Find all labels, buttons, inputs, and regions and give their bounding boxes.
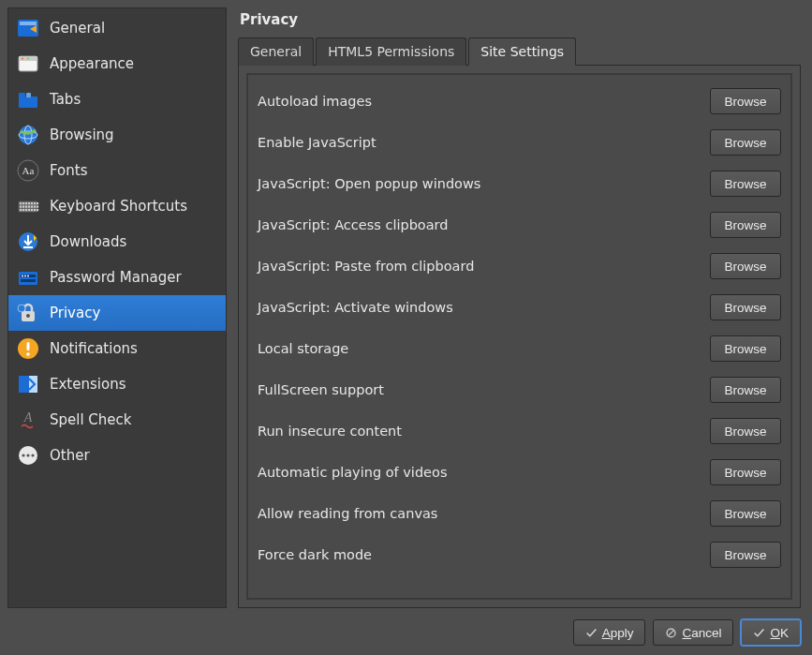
svg-rect-35 <box>34 209 36 211</box>
apply-button[interactable]: Apply <box>573 619 646 646</box>
ok-button[interactable]: OK <box>741 619 801 646</box>
svg-point-4 <box>22 58 23 60</box>
tabs-row: GeneralHTML5 PermissionsSite Settings <box>238 37 801 66</box>
setting-label: JavaScript: Open popup windows <box>258 176 480 191</box>
sidebar-item-label: Privacy <box>50 305 100 321</box>
extensions-icon <box>16 372 40 396</box>
sidebar-item-label: Notifications <box>50 340 138 357</box>
ok-label: OK <box>770 626 789 640</box>
cancel-label: Cancel <box>682 626 721 640</box>
check-icon <box>753 627 765 639</box>
setting-row: JavaScript: Open popup windowsBrowse <box>258 163 781 204</box>
appearance-icon <box>16 52 40 76</box>
svg-point-43 <box>27 275 29 277</box>
sidebar-item-label: Keyboard Shortcuts <box>50 198 187 215</box>
setting-label: JavaScript: Paste from clipboard <box>258 259 474 274</box>
browse-button[interactable]: Browse <box>710 212 781 238</box>
sidebar-item-label: Fonts <box>50 162 87 179</box>
svg-rect-21 <box>34 202 36 204</box>
browse-button[interactable]: Browse <box>710 542 781 568</box>
content-area: Privacy GeneralHTML5 PermissionsSite Set… <box>230 0 812 616</box>
svg-rect-50 <box>19 376 29 393</box>
sidebar-item-other[interactable]: Other <box>8 438 226 473</box>
svg-point-41 <box>22 275 23 277</box>
svg-rect-40 <box>21 279 36 282</box>
browsing-icon <box>16 123 40 147</box>
svg-rect-48 <box>27 342 30 350</box>
sidebar-item-appearance[interactable]: Appearance <box>8 46 226 82</box>
apply-label: Apply <box>602 626 634 640</box>
setting-label: Autoload images <box>258 94 372 109</box>
svg-rect-26 <box>28 206 30 208</box>
setting-row: JavaScript: Activate windowsBrowse <box>258 287 781 328</box>
svg-point-55 <box>26 454 29 456</box>
check-icon <box>585 627 598 639</box>
svg-point-49 <box>26 352 30 356</box>
tab-general[interactable]: General <box>238 37 314 66</box>
browse-button[interactable]: Browse <box>710 377 781 403</box>
sidebar-item-downloads[interactable]: Downloads <box>8 224 226 260</box>
sidebar-item-label: Appearance <box>50 55 134 72</box>
sidebar-item-extensions[interactable]: Extensions <box>8 366 226 402</box>
setting-label: Enable JavaScript <box>258 135 376 150</box>
svg-rect-51 <box>29 376 37 393</box>
svg-rect-31 <box>22 209 24 211</box>
setting-label: Allow reading from canvas <box>258 506 437 521</box>
spellcheck-icon: A <box>16 408 40 432</box>
svg-point-56 <box>31 454 34 456</box>
sidebar-item-keyboard-shortcuts[interactable]: Keyboard Shortcuts <box>8 188 226 224</box>
setting-row: Force dark modeBrowse <box>258 534 781 575</box>
tab-site-settings[interactable]: Site Settings <box>468 37 576 66</box>
sidebar-item-label: Tabs <box>50 91 81 108</box>
setting-row: Allow reading from canvasBrowse <box>258 493 781 534</box>
sidebar-item-label: Other <box>50 447 90 464</box>
svg-rect-24 <box>22 206 24 208</box>
cancel-button[interactable]: Cancel <box>653 619 733 646</box>
svg-rect-33 <box>28 209 30 211</box>
settings-box: Autoload imagesBrowseEnable JavaScriptBr… <box>246 73 792 600</box>
browse-button[interactable]: Browse <box>710 335 781 362</box>
setting-row: Enable JavaScriptBrowse <box>258 122 781 163</box>
sidebar-item-label: Browsing <box>50 127 114 143</box>
tab-html5-permissions[interactable]: HTML5 Permissions <box>316 37 466 66</box>
browse-button[interactable]: Browse <box>710 129 781 156</box>
browse-button[interactable]: Browse <box>710 459 781 485</box>
svg-text:Aa: Aa <box>22 165 35 176</box>
setting-label: FullScreen support <box>258 382 384 397</box>
browse-button[interactable]: Browse <box>710 294 781 320</box>
sidebar-item-notifications[interactable]: Notifications <box>8 331 226 366</box>
svg-rect-9 <box>26 93 31 97</box>
browse-button[interactable]: Browse <box>710 418 781 444</box>
setting-row: JavaScript: Paste from clipboardBrowse <box>258 246 781 287</box>
keyboard-icon <box>16 194 40 218</box>
fonts-icon: Aa <box>16 158 40 183</box>
sidebar-item-label: Extensions <box>50 376 125 393</box>
sidebar-item-spell-check[interactable]: ASpell Check <box>8 402 226 438</box>
svg-rect-25 <box>25 206 27 208</box>
setting-row: Autoload imagesBrowse <box>258 81 781 122</box>
sidebar-item-browsing[interactable]: Browsing <box>8 117 226 153</box>
svg-rect-7 <box>19 97 37 108</box>
sidebar-item-label: Password Manager <box>50 269 182 286</box>
sidebar-item-password-manager[interactable]: Password Manager <box>8 260 226 295</box>
notifications-icon <box>16 336 40 361</box>
sidebar-item-fonts[interactable]: AaFonts <box>8 153 226 188</box>
svg-rect-36 <box>37 209 38 211</box>
setting-label: Run insecure content <box>258 424 402 439</box>
svg-rect-28 <box>34 206 36 208</box>
browse-button[interactable]: Browse <box>710 88 781 114</box>
privacy-icon <box>16 301 40 325</box>
svg-point-6 <box>27 58 29 60</box>
browse-button[interactable]: Browse <box>710 253 781 279</box>
browse-button[interactable]: Browse <box>710 171 781 197</box>
sidebar-item-privacy[interactable]: Privacy <box>8 295 226 331</box>
sidebar-item-tabs[interactable]: Tabs <box>8 82 226 117</box>
browse-button[interactable]: Browse <box>710 500 781 527</box>
other-icon <box>16 443 40 468</box>
setting-row: FullScreen supportBrowse <box>258 369 781 410</box>
svg-rect-38 <box>19 272 37 285</box>
password-icon <box>16 265 40 290</box>
svg-rect-18 <box>25 202 27 204</box>
sidebar-item-general[interactable]: General <box>8 10 226 46</box>
tabs-icon <box>16 87 40 112</box>
